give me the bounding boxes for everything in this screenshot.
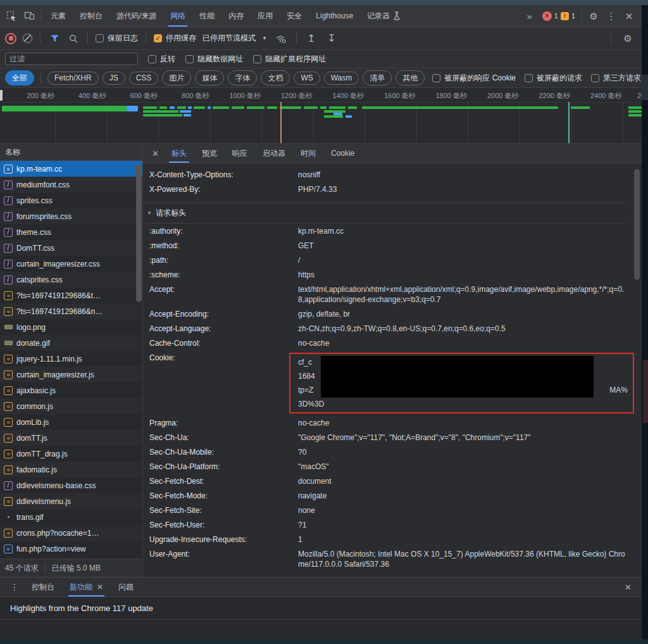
- request-row[interactable]: domTT_drag.js: [0, 446, 142, 462]
- export-har-button[interactable]: ↧: [325, 32, 339, 44]
- detail-tab-Cookie[interactable]: Cookie: [323, 144, 362, 163]
- detail-tab-标头[interactable]: 标头: [164, 144, 194, 163]
- settings-button[interactable]: ⚙: [585, 5, 602, 27]
- waterfall-bar: [628, 110, 642, 113]
- request-row[interactable]: curtain_imageresizer.js: [0, 367, 142, 382]
- disable-cache-checkbox[interactable]: ✓ 停用缓存: [154, 33, 196, 44]
- throttling-select[interactable]: 已停用节流模式 ▼: [202, 33, 267, 44]
- tab-label: 安全: [287, 11, 302, 22]
- filter-pill-CSS[interactable]: CSS: [129, 72, 159, 85]
- request-row[interactable]: logo.png: [0, 319, 142, 335]
- requests-column-header[interactable]: 名称: [0, 144, 142, 161]
- tab-安全[interactable]: 安全: [280, 5, 309, 27]
- drawer-menu-button[interactable]: ⋮: [5, 578, 24, 597]
- request-row[interactable]: forumsprites.css: [0, 208, 142, 224]
- preserve-log-checkbox[interactable]: 保留日志: [96, 33, 138, 44]
- header-value: cf_c1684tp=Z3D%3DMA%: [298, 353, 625, 414]
- detail-tab-启动器[interactable]: 启动器: [255, 144, 293, 163]
- inspect-element-button[interactable]: [3, 5, 20, 27]
- request-row[interactable]: jquery-1.11.1.min.js: [0, 351, 142, 367]
- filter-pill-WS[interactable]: WS: [294, 72, 320, 85]
- tab-元素[interactable]: 元素: [44, 5, 73, 27]
- network-settings-button[interactable]: ⚙: [619, 34, 637, 43]
- filter-pill-Wasm[interactable]: Wasm: [324, 72, 359, 85]
- filter-pill-字体[interactable]: 字体: [228, 70, 257, 85]
- tab-内存[interactable]: 内存: [221, 5, 251, 27]
- filter-pill-Fetch/XHR[interactable]: Fetch/XHR: [47, 72, 99, 85]
- request-row[interactable]: ddlevelsmenu.js: [0, 493, 142, 509]
- close-devtools-button[interactable]: ✕: [620, 5, 638, 27]
- issues-badges[interactable]: ✕ 1 ! 1: [539, 5, 579, 27]
- timeline-event-line: [280, 102, 282, 143]
- request-row[interactable]: domLib.js: [0, 414, 142, 430]
- request-row[interactable]: ?ts=1697419129686&n…: [0, 303, 142, 319]
- detail-tab-预览[interactable]: 预览: [194, 144, 225, 163]
- blocked-filter-checkbox[interactable]: 被屏蔽的响应 Cookie: [432, 73, 516, 84]
- tab-源代码/来源[interactable]: 源代码/来源: [109, 5, 163, 27]
- network-conditions-button[interactable]: [273, 34, 289, 43]
- close-detail-button[interactable]: ✕: [147, 144, 164, 163]
- network-overview-timeline[interactable]: 200 毫秒400 毫秒600 毫秒800 毫秒1000 毫秒1200 毫秒14…: [0, 88, 642, 144]
- detail-tab-响应[interactable]: 响应: [225, 144, 255, 163]
- filter-pill-全部[interactable]: 全部: [5, 70, 34, 85]
- request-row[interactable]: mediumfont.css: [0, 177, 142, 193]
- filter-toggle-button[interactable]: [48, 35, 61, 42]
- tab-Lighthouse[interactable]: Lighthouse: [309, 5, 360, 27]
- request-row[interactable]: fadomatic.js: [0, 462, 142, 477]
- request-row[interactable]: crons.php?nocache=1…: [0, 525, 142, 541]
- request-row[interactable]: domTT.js: [0, 430, 142, 446]
- record-network-log-button[interactable]: [5, 33, 16, 44]
- header-value: text/html,application/xhtml+xml,applicat…: [298, 284, 625, 305]
- detail-scrollbar[interactable]: [634, 169, 640, 280]
- overview-handle[interactable]: [0, 90, 3, 101]
- import-har-button[interactable]: ↥: [304, 32, 318, 44]
- filter-pill-其他[interactable]: 其他: [396, 70, 425, 85]
- hide-extension-urls-checkbox[interactable]: 隐藏扩展程序网址: [253, 54, 326, 65]
- request-row[interactable]: theme.css: [0, 224, 142, 240]
- drawer-tab-新功能[interactable]: 新功能✕: [62, 578, 111, 597]
- request-row[interactable]: sprites.css: [0, 193, 142, 208]
- filter-pill-文档[interactable]: 文档: [261, 70, 290, 85]
- tab-网络[interactable]: 网络: [163, 5, 192, 27]
- tab-记录器[interactable]: 记录器: [360, 5, 408, 27]
- more-tabs-button[interactable]: »: [521, 5, 539, 27]
- close-tab-icon[interactable]: ✕: [97, 583, 103, 591]
- script-file-icon: [4, 307, 13, 316]
- header-value: zh-CN,zh;q=0.9,zh-TW;q=0.8,en-US;q=0.7,e…: [298, 324, 625, 334]
- drawer-tab-控制台[interactable]: 控制台: [24, 578, 62, 597]
- filter-pill-JS[interactable]: JS: [103, 72, 125, 85]
- filter-input[interactable]: [5, 53, 138, 65]
- request-row[interactable]: trans.gif: [0, 509, 142, 525]
- filter-pill-清单[interactable]: 清单: [363, 70, 392, 85]
- request-row[interactable]: ddlevelsmenu-base.css: [0, 477, 142, 493]
- search-button[interactable]: [67, 34, 80, 43]
- whats-new-message[interactable]: Highlights from the Chrome 117 update: [0, 597, 642, 620]
- request-row[interactable]: common.js: [0, 398, 142, 414]
- request-row[interactable]: catsprites.css: [0, 272, 142, 287]
- device-toolbar-button[interactable]: [20, 5, 38, 27]
- blocked-filter-checkbox[interactable]: 被屏蔽的请求: [525, 73, 582, 84]
- tab-控制台[interactable]: 控制台: [73, 5, 109, 27]
- request-row[interactable]: curtain_imageresizer.css: [0, 256, 142, 272]
- request-row[interactable]: fun.php?action=view: [0, 541, 142, 557]
- request-row[interactable]: donate.gif: [0, 335, 142, 351]
- request-row[interactable]: ajaxbasic.js: [0, 382, 142, 398]
- sidebar-scrollbar[interactable]: [136, 164, 142, 302]
- request-row[interactable]: ?ts=1697419129686&t…: [0, 287, 142, 303]
- hide-data-urls-checkbox[interactable]: 隐藏数据网址: [185, 54, 243, 65]
- filter-pill-图片[interactable]: 图片: [162, 70, 191, 85]
- tab-性能[interactable]: 性能: [192, 5, 221, 27]
- filter-pill-媒体[interactable]: 媒体: [195, 70, 224, 85]
- blocked-filter-checkbox[interactable]: 第三方请求: [591, 73, 641, 84]
- invert-filter-checkbox[interactable]: 反转: [148, 54, 175, 65]
- request-row[interactable]: kp.m-team.cc: [0, 161, 142, 177]
- close-drawer-button[interactable]: ✕: [620, 578, 637, 597]
- drawer-tab-问题[interactable]: 问题: [111, 578, 141, 597]
- devtools-menu-button[interactable]: ⋮: [602, 5, 620, 27]
- tab-应用[interactable]: 应用: [251, 5, 280, 27]
- request-row[interactable]: DomTT.css: [0, 240, 142, 256]
- clear-network-log-button[interactable]: [23, 34, 32, 43]
- close-icon: ✕: [152, 149, 159, 158]
- detail-tab-时间[interactable]: 时间: [293, 144, 323, 163]
- request-headers-section-header[interactable]: ▼请求标头: [143, 203, 625, 224]
